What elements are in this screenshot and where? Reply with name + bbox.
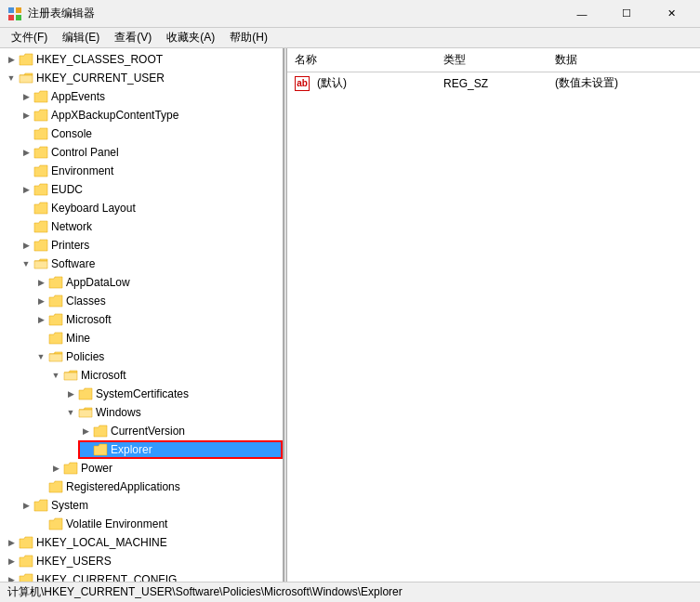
folder-icon-appxbackup — [33, 108, 48, 123]
menu-file[interactable]: 文件(F) — [4, 28, 55, 47]
tree-item-microsoft-sw[interactable]: ▶ Microsoft — [33, 310, 283, 329]
expand-eudc[interactable]: ▶ — [19, 182, 33, 197]
registry-value-row[interactable]: ab (默认) REG_SZ (数值未设置) — [287, 72, 700, 94]
tree-item-system-certs[interactable]: ▶ SystemCertificates — [63, 385, 283, 403]
tree-item-current-version[interactable]: ▶ CurrentVersion — [78, 422, 283, 440]
tree-item-software[interactable]: ▼ Software — [19, 255, 283, 273]
folder-icon-classes — [48, 294, 63, 308]
label-control-panel: Control Panel — [51, 146, 119, 159]
label-hkey-current-user: HKEY_CURRENT_USER — [36, 72, 165, 85]
expand-appevents[interactable]: ▶ — [19, 89, 33, 104]
label-explorer: Explorer — [111, 443, 152, 456]
label-printers: Printers — [51, 239, 89, 252]
label-microsoft-sw: Microsoft — [66, 313, 112, 326]
expand-classes[interactable]: ▶ — [33, 294, 48, 308]
registry-tree: ▶ HKEY_CLASSES_ROOT ▼ HKEY_CURRENT_USER … — [0, 48, 283, 582]
folder-icon-control-panel — [33, 145, 48, 160]
tree-item-control-panel[interactable]: ▶ Control Panel — [19, 143, 283, 162]
folder-open-icon-microsoft-pol — [63, 368, 78, 383]
label-registered-apps: RegisteredApplications — [66, 480, 180, 493]
expand-windows[interactable]: ▼ — [63, 405, 78, 420]
folder-icon-system — [33, 498, 48, 513]
expand-system-certs[interactable]: ▶ — [63, 386, 78, 401]
tree-item-hkey-users[interactable]: ▶ HKEY_USERS — [4, 552, 283, 570]
expand-control-panel[interactable]: ▶ — [19, 145, 33, 160]
tree-item-hkey-local-machine[interactable]: ▶ HKEY_LOCAL_MACHINE — [4, 533, 283, 552]
label-network: Network — [51, 220, 92, 233]
folder-icon-environment — [33, 164, 48, 178]
col-header-type: 类型 — [443, 52, 555, 68]
tree-item-registered-apps[interactable]: ▶ RegisteredApplications — [33, 478, 283, 496]
folder-icon-printers — [33, 238, 48, 253]
folder-icon-explorer — [93, 442, 108, 457]
tree-item-environment[interactable]: ▶ Environment — [19, 162, 283, 180]
label-mine: Mine — [66, 332, 90, 345]
window-title: 注册表编辑器 — [28, 6, 95, 21]
tree-item-network[interactable]: ▶ Network — [19, 217, 283, 236]
expand-system[interactable]: ▶ — [19, 498, 33, 513]
expand-current-version[interactable]: ▶ — [78, 424, 93, 438]
label-appevents: AppEvents — [51, 90, 105, 103]
tree-item-appxbackup[interactable]: ▶ AppXBackupContentType — [19, 106, 283, 124]
tree-item-policies[interactable]: ▼ Policies — [33, 347, 283, 366]
maximize-button[interactable]: ☐ — [605, 0, 648, 28]
expand-software[interactable]: ▼ — [19, 256, 33, 271]
tree-item-power[interactable]: ▶ Power — [48, 459, 283, 478]
minimize-button[interactable]: — — [561, 0, 603, 28]
expand-hkey-current-config[interactable]: ▶ — [4, 572, 19, 582]
close-button[interactable]: ✕ — [650, 0, 693, 28]
tree-item-mine[interactable]: ▶ Mine — [33, 329, 283, 347]
value-name: ab (默认) — [295, 75, 443, 91]
expand-policies[interactable]: ▼ — [33, 349, 48, 364]
folder-icon-volatile-env — [48, 517, 63, 531]
tree-item-volatile-env[interactable]: ▶ Volatile Environment — [33, 515, 283, 533]
expand-hkey-users[interactable]: ▶ — [4, 554, 19, 569]
menu-help[interactable]: 帮助(H) — [222, 28, 275, 47]
tree-item-keyboard-layout[interactable]: ▶ Keyboard Layout — [19, 199, 283, 217]
tree-item-hkey-current-config[interactable]: ▶ HKEY_CURRENT_CONFIG — [4, 570, 283, 582]
label-eudc: EUDC — [51, 183, 83, 196]
tree-item-system[interactable]: ▶ System — [19, 496, 283, 515]
tree-item-microsoft-pol[interactable]: ▼ Microsoft — [48, 366, 283, 385]
label-appdatalow: AppDataLow — [66, 276, 130, 289]
status-bar: 计算机\HKEY_CURRENT_USER\Software\Policies\… — [0, 582, 700, 602]
folder-icon-hkey-users — [19, 554, 33, 569]
expand-microsoft-pol[interactable]: ▼ — [48, 368, 63, 383]
tree-panel[interactable]: ▶ HKEY_CLASSES_ROOT ▼ HKEY_CURRENT_USER … — [0, 48, 284, 582]
tree-item-classes[interactable]: ▶ Classes — [33, 292, 283, 310]
tree-item-windows[interactable]: ▼ Windows — [63, 403, 283, 422]
expand-appdatalow[interactable]: ▶ — [33, 275, 48, 290]
label-environment: Environment — [51, 164, 113, 177]
expand-appxbackup[interactable]: ▶ — [19, 108, 33, 123]
tree-item-hkey-classes-root[interactable]: ▶ HKEY_CLASSES_ROOT — [4, 50, 283, 69]
right-panel: 名称 类型 数据 ab (默认) REG_SZ (数值未设置) — [287, 48, 700, 582]
expand-microsoft-sw[interactable]: ▶ — [33, 312, 48, 327]
tree-item-appevents[interactable]: ▶ AppEvents — [19, 87, 283, 106]
expand-printers[interactable]: ▶ — [19, 238, 33, 253]
expand-hkey-local-machine[interactable]: ▶ — [4, 535, 19, 550]
menu-edit[interactable]: 编辑(E) — [55, 28, 107, 47]
title-bar: 注册表编辑器 — ☐ ✕ — [0, 0, 700, 28]
tree-item-console[interactable]: ▶ Console — [19, 124, 283, 143]
menu-view[interactable]: 查看(V) — [107, 28, 159, 47]
tree-item-printers[interactable]: ▶ Printers — [19, 236, 283, 255]
tree-item-eudc[interactable]: ▶ EUDC — [19, 180, 283, 199]
label-software: Software — [51, 257, 95, 270]
expand-hkey-classes-root[interactable]: ▶ — [4, 52, 19, 67]
expand-power[interactable]: ▶ — [48, 461, 63, 476]
tree-item-appdatalow[interactable]: ▶ AppDataLow — [33, 273, 283, 292]
menu-favorites[interactable]: 收藏夹(A) — [159, 28, 222, 47]
label-hkey-classes-root: HKEY_CLASSES_ROOT — [36, 53, 163, 66]
folder-icon-keyboard-layout — [33, 201, 48, 216]
folder-open-icon-windows — [78, 405, 93, 420]
folder-icon-appdatalow — [48, 275, 63, 290]
folder-icon-console — [33, 126, 48, 141]
folder-open-icon — [19, 71, 33, 85]
tree-item-hkey-current-user[interactable]: ▼ HKEY_CURRENT_USER — [4, 69, 283, 87]
folder-icon-hkey-local-machine — [19, 535, 33, 550]
tree-item-explorer[interactable]: ▶ Explorer — [78, 440, 283, 459]
ab-icon: ab — [295, 76, 310, 91]
expand-hkey-current-user[interactable]: ▼ — [4, 71, 19, 85]
folder-icon-system-certs — [78, 386, 93, 401]
svg-rect-3 — [16, 15, 21, 20]
